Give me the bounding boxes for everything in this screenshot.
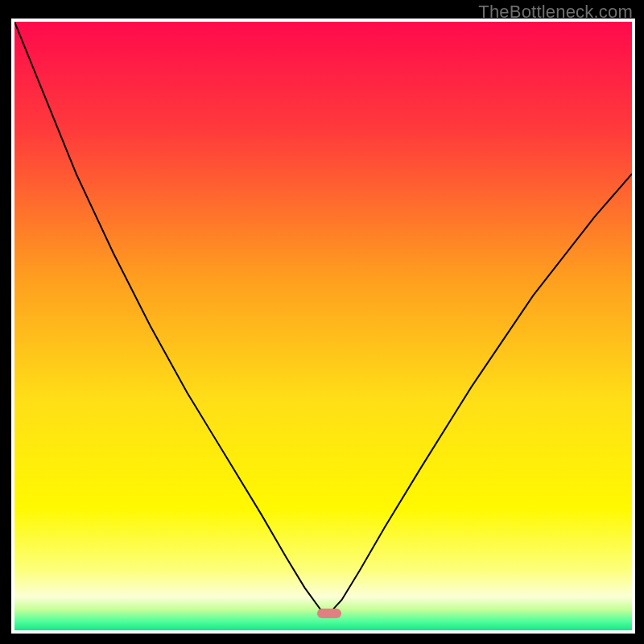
minimum-marker bbox=[317, 609, 341, 618]
plot-area bbox=[14, 22, 632, 630]
chart-stage: TheBottleneck.com bbox=[0, 0, 644, 644]
bottleneck-curve bbox=[14, 22, 632, 613]
curve-svg bbox=[14, 22, 632, 630]
plot-frame bbox=[11, 19, 635, 634]
